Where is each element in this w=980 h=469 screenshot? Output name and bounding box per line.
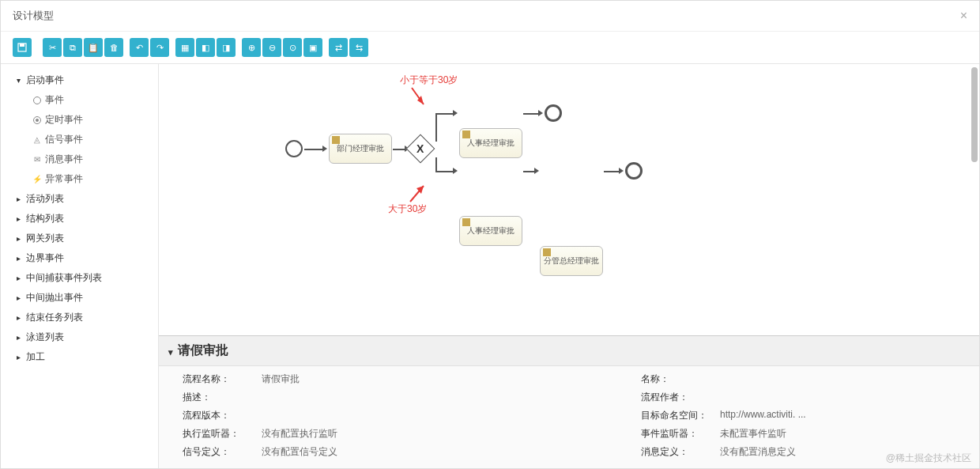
prop-label: 事件监听器：: [641, 427, 712, 441]
zoom-in-button[interactable]: ⊕: [242, 38, 261, 57]
end-event-2[interactable]: [625, 162, 643, 180]
align-button-2[interactable]: ◧: [196, 38, 215, 57]
red-arrow-icon: [404, 86, 428, 110]
tree-group-start-events[interactable]: 启动事件: [17, 70, 158, 90]
scrollbar[interactable]: [971, 67, 978, 162]
user-task-3[interactable]: 人事经理审批: [459, 216, 522, 246]
sequence-flow[interactable]: [304, 149, 324, 150]
prop-label: 目标命名空间：: [641, 409, 712, 422]
prop-value[interactable]: 没有配置执行监听: [262, 427, 404, 441]
user-icon: [332, 136, 340, 144]
align-button-1[interactable]: ▦: [175, 38, 194, 57]
delete-button[interactable]: 🗑: [104, 38, 123, 57]
caret-right-icon: [17, 313, 26, 322]
message-icon: ✉: [32, 155, 42, 165]
align-button-3[interactable]: ◨: [217, 38, 236, 57]
palette-item-signal[interactable]: ◬信号事件: [32, 130, 158, 149]
cut-button[interactable]: ✂: [43, 38, 62, 57]
prop-label: 流程名称：: [183, 373, 254, 386]
undo-button[interactable]: ↶: [130, 38, 149, 57]
tree-group-end[interactable]: 结束任务列表: [17, 308, 158, 327]
red-arrow-icon: [404, 181, 428, 205]
copy-button[interactable]: ⧉: [63, 38, 82, 57]
prop-value[interactable]: 没有配置信号定义: [262, 445, 404, 459]
zoom-fit-button[interactable]: ▣: [303, 38, 322, 57]
annotation-top: 小于等于30岁: [400, 74, 458, 87]
caret-right-icon: [17, 333, 26, 342]
user-task-1[interactable]: 部门经理审批: [329, 134, 392, 164]
zoom-out-button[interactable]: ⊖: [262, 38, 281, 57]
prop-value[interactable]: [720, 391, 963, 404]
prop-label: 描述：: [183, 391, 254, 404]
sequence-flow[interactable]: [435, 113, 437, 142]
properties-header[interactable]: 请假审批: [159, 336, 979, 366]
user-icon: [462, 130, 470, 138]
caret-right-icon: [17, 274, 26, 282]
modal-header: 设计模型 ×: [1, 1, 979, 32]
user-task-4[interactable]: 分管总经理审批: [540, 246, 603, 276]
prop-value[interactable]: [720, 373, 963, 386]
close-icon[interactable]: ×: [960, 9, 967, 23]
prop-label: 流程版本：: [183, 409, 254, 422]
sequence-flow[interactable]: [435, 157, 437, 172]
tree-group-process[interactable]: 加工: [17, 347, 158, 367]
modal-title: 设计模型: [13, 9, 54, 23]
palette-sidebar: 启动事件 事件 定时事件 ◬信号事件 ✉消息事件 ⚡异常事件 活动列表 结构列表…: [1, 64, 159, 468]
arrow-head-icon: [322, 146, 327, 152]
prop-value[interactable]: 请假审批: [262, 373, 404, 386]
tree-group-gateways[interactable]: 网关列表: [17, 229, 158, 248]
exclusive-gateway[interactable]: X: [406, 134, 435, 164]
toolbar: ✂ ⧉ 📋 🗑 ↶ ↷ ▦ ◧ ◨ ⊕ ⊖ ⊙ ▣ ⇄ ⇆: [1, 32, 979, 63]
arrow-head-icon: [619, 168, 624, 174]
prop-label: 名称：: [641, 373, 712, 386]
svg-rect-1: [20, 43, 24, 47]
caret-right-icon: [17, 214, 26, 223]
user-icon: [462, 218, 470, 226]
save-button[interactable]: [13, 38, 32, 57]
prop-label: 信号定义：: [183, 445, 254, 459]
tree-group-structure[interactable]: 结构列表: [17, 209, 158, 229]
error-icon: ⚡: [32, 175, 42, 184]
palette-item-timer[interactable]: 定时事件: [32, 110, 158, 130]
circle-icon: [32, 96, 42, 105]
caret-right-icon: [17, 234, 26, 243]
tree-group-boundary[interactable]: 边界事件: [17, 248, 158, 268]
palette-item-message[interactable]: ✉消息事件: [32, 149, 158, 169]
caret-down-icon: [17, 76, 26, 85]
signal-icon: ◬: [32, 135, 42, 145]
palette-item-error[interactable]: ⚡异常事件: [32, 169, 158, 189]
prop-value[interactable]: http://www.activiti. ...: [720, 409, 963, 422]
tree-group-activities[interactable]: 活动列表: [17, 189, 158, 209]
end-event-1[interactable]: [545, 104, 562, 122]
arrow-head-icon: [534, 168, 539, 174]
timer-icon: [32, 115, 42, 125]
tree-group-lane[interactable]: 泳道列表: [17, 327, 158, 347]
bpmn-canvas[interactable]: 小于等于30岁 大于30岁 部门经理审批 X: [159, 64, 979, 335]
move-button-1[interactable]: ⇄: [329, 38, 348, 57]
properties-panel: 请假审批 流程名称： 请假审批 名称： 描述： 流程作者： 流程: [159, 335, 979, 468]
prop-value[interactable]: [262, 409, 404, 422]
zoom-reset-button[interactable]: ⊙: [283, 38, 302, 57]
prop-label: 流程作者：: [641, 391, 712, 404]
user-icon: [543, 248, 551, 256]
paste-button[interactable]: 📋: [84, 38, 103, 57]
start-event[interactable]: [285, 140, 303, 157]
arrow-head-icon: [538, 110, 543, 116]
caret-right-icon: [17, 293, 26, 302]
caret-right-icon: [17, 254, 26, 263]
caret-right-icon: [17, 353, 26, 361]
palette-item-event[interactable]: 事件: [32, 90, 158, 110]
prop-value[interactable]: [262, 391, 404, 404]
arrow-head-icon: [453, 110, 458, 116]
move-button-2[interactable]: ⇆: [349, 38, 368, 57]
caret-right-icon: [17, 195, 26, 203]
redo-button[interactable]: ↷: [150, 38, 169, 57]
watermark: @稀土掘金技术社区: [886, 452, 971, 465]
prop-value[interactable]: 未配置事件监听: [720, 427, 963, 441]
user-task-2[interactable]: 人事经理审批: [459, 128, 522, 158]
prop-label: 执行监听器：: [183, 427, 254, 441]
arrow-head-icon: [453, 168, 458, 174]
tree-group-catch[interactable]: 中间捕获事件列表: [17, 268, 158, 288]
tree-group-throw[interactable]: 中间抛出事件: [17, 288, 158, 308]
caret-down-icon: [168, 344, 173, 358]
